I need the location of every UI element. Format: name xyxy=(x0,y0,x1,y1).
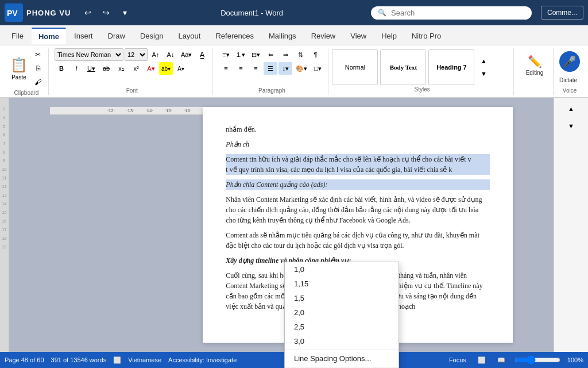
logo-area: PV PHONG VU xyxy=(5,3,71,22)
format-painter-button[interactable]: 🖌 xyxy=(31,76,45,89)
voice-label: Voice xyxy=(563,87,577,95)
editor-area: 3 4 5 6 7 8 9 10 11 12 13 14 15 16 17 18… xyxy=(0,98,588,352)
svg-text:PV: PV xyxy=(7,9,18,18)
align-left-button[interactable]: ≡ xyxy=(219,62,233,75)
para-4: Phần chia Content quảng cáo (ads): xyxy=(226,179,490,190)
paragraph-group: ≡▾ 1.▾ ⊟▾ ⇐ ⇒ ⇅ ¶ ≡ ≡ ≡ ☰ ↕▾ 🎨▾ □▾ Parag… xyxy=(215,48,328,95)
para-6: Content ads sẽ nhằm mục tiêu quảng bá cá… xyxy=(226,230,490,251)
numbering-button[interactable]: 1.▾ xyxy=(234,48,247,61)
highlight-button[interactable]: ab▾ xyxy=(159,62,173,75)
change-case-button[interactable]: Aa▾ xyxy=(179,48,194,61)
read-mode-button[interactable]: 📖 xyxy=(495,355,508,365)
word-count: 391 of 13546 words xyxy=(51,356,107,363)
logo-text: PHONG VU xyxy=(26,9,71,17)
status-icon: ⬜ xyxy=(113,356,121,364)
tab-layout[interactable]: Layout xyxy=(171,28,207,44)
dropdown-divider-1 xyxy=(285,350,399,350)
paste-button[interactable]: 📋 Paste xyxy=(8,55,30,83)
title-controls: ↩ ↪ ▾ xyxy=(80,5,133,21)
tab-help[interactable]: Help xyxy=(374,28,404,44)
spacing-1-15[interactable]: 1,15 xyxy=(285,277,399,291)
clipboard-group: 📋 Paste ✂ ⎘ 🖌 Clipboard xyxy=(5,48,49,95)
editing-button[interactable]: ✏️ Editing xyxy=(520,52,550,78)
font-selector[interactable]: Times New Roman Calibri Arial xyxy=(55,48,123,61)
bold-button[interactable]: B xyxy=(55,62,68,75)
tab-nitro-pro[interactable]: Nitro Pro xyxy=(405,28,448,44)
sort-button[interactable]: ⇅ xyxy=(293,48,307,61)
show-marks-button[interactable]: ¶ xyxy=(308,48,322,61)
clear-format-button[interactable]: A̲ xyxy=(195,48,209,61)
shading-button[interactable]: A▾ xyxy=(174,62,188,75)
tab-design[interactable]: Design xyxy=(133,28,170,44)
bullets-button[interactable]: ≡▾ xyxy=(219,48,233,61)
grow-font-button[interactable]: A↑ xyxy=(149,48,163,61)
para-5: Nhân viên Content Marketing sẽ xác định … xyxy=(226,194,490,225)
font-color-button[interactable]: A▾ xyxy=(144,62,158,75)
align-center-button[interactable]: ≡ xyxy=(234,62,247,75)
search-input[interactable] xyxy=(391,9,506,17)
underline-button[interactable]: U▾ xyxy=(84,62,98,75)
styles-scroll-down[interactable]: ▼ xyxy=(477,67,490,80)
multilevel-button[interactable]: ⊟▾ xyxy=(249,48,262,61)
borders-button[interactable]: □▾ xyxy=(311,62,324,75)
quick-access-dropdown[interactable]: ▾ xyxy=(117,5,133,21)
tab-references[interactable]: References xyxy=(208,28,260,44)
decrease-indent-button[interactable]: ⇐ xyxy=(264,48,277,61)
focus-button[interactable]: Focus xyxy=(447,355,469,365)
tab-review[interactable]: Review xyxy=(304,28,343,44)
line-spacing-button[interactable]: ↕▾ xyxy=(278,62,292,75)
document-container[interactable]: ·12· ·13· ·14· ·15· ·16· nhắm đến. Phần … xyxy=(9,98,554,352)
style-body-text[interactable]: Body Text xyxy=(380,49,426,85)
page-indicator: Page 48 of 60 xyxy=(5,356,44,363)
right-sidebar: ▲ ▼ xyxy=(554,98,588,352)
voice-group: 🎤 Dictate Voice xyxy=(556,48,583,95)
font-size-selector[interactable]: 12 10 14 16 xyxy=(125,48,148,61)
cut-button[interactable]: ✂ xyxy=(31,48,45,61)
tab-draw[interactable]: Draw xyxy=(101,28,132,44)
spacing-2-0[interactable]: 2,0 xyxy=(285,305,399,320)
increase-indent-button[interactable]: ⇒ xyxy=(278,48,292,61)
copy-button[interactable]: ⎘ xyxy=(31,62,45,75)
scroll-up-button[interactable]: ▲ xyxy=(564,102,578,115)
shrink-font-button[interactable]: A↓ xyxy=(164,48,177,61)
tab-view[interactable]: View xyxy=(343,28,373,44)
redo-button[interactable]: ↪ xyxy=(98,5,114,21)
font-label: Font xyxy=(126,87,138,95)
styles-scroll-up[interactable]: ▲ xyxy=(477,55,490,67)
spacing-1-5[interactable]: 1,5 xyxy=(285,291,399,305)
tab-home[interactable]: Home xyxy=(32,28,66,44)
tab-insert[interactable]: Insert xyxy=(67,28,100,44)
spacing-3-0[interactable]: 3,0 xyxy=(285,334,399,348)
styles-group: Normal Body Text Heading 7 ▲ ▼ Styles xyxy=(331,48,514,95)
font-row1: Times New Roman Calibri Arial 12 10 14 1… xyxy=(55,48,209,61)
scroll-down-button[interactable]: ▼ xyxy=(564,120,578,132)
title-bar: PV PHONG VU ↩ ↪ ▾ Document1 - Word 🔍 Com… xyxy=(0,0,588,25)
styles-scroll: ▲ ▼ xyxy=(477,49,490,85)
print-layout-button[interactable]: ⬜ xyxy=(475,355,488,365)
ribbon: 📋 Paste ✂ ⎘ 🖌 Clipboard Times New Roman … xyxy=(0,46,588,98)
para-row1: ≡▾ 1.▾ ⊟▾ ⇐ ⇒ ⇅ ¶ xyxy=(219,48,322,61)
line-spacing-options[interactable]: Line Spacing Options... xyxy=(285,351,399,366)
style-heading[interactable]: Heading 7 xyxy=(428,49,474,85)
clipboard-sub: ✂ ⎘ 🖌 xyxy=(31,48,45,89)
accessibility[interactable]: Accessibility: Investigate xyxy=(168,356,237,363)
justify-button[interactable]: ☰ xyxy=(264,62,277,75)
language[interactable]: Vietnamese xyxy=(128,356,161,363)
subscript-button[interactable]: x₂ xyxy=(114,62,128,75)
strikethrough-button[interactable]: ab xyxy=(99,62,113,75)
superscript-button[interactable]: x² xyxy=(129,62,143,75)
spacing-1-0[interactable]: 1,0 xyxy=(285,262,399,277)
spacing-2-5[interactable]: 2,5 xyxy=(285,320,399,334)
tab-file[interactable]: File xyxy=(5,28,30,44)
dictate-button[interactable]: 🎤 xyxy=(559,51,580,72)
undo-button[interactable]: ↩ xyxy=(80,5,96,21)
style-normal[interactable]: Normal xyxy=(332,49,378,85)
italic-button[interactable]: I xyxy=(69,62,83,75)
clipboard-label: Clipboard xyxy=(14,90,39,97)
align-right-button[interactable]: ≡ xyxy=(249,62,262,75)
zoom-slider[interactable] xyxy=(514,355,560,365)
shading-para-button[interactable]: 🎨▾ xyxy=(293,62,310,75)
para-2: Phần ch xyxy=(226,139,490,150)
comments-button[interactable]: Comme... xyxy=(541,6,583,20)
tab-mailings[interactable]: Mailings xyxy=(262,28,303,44)
